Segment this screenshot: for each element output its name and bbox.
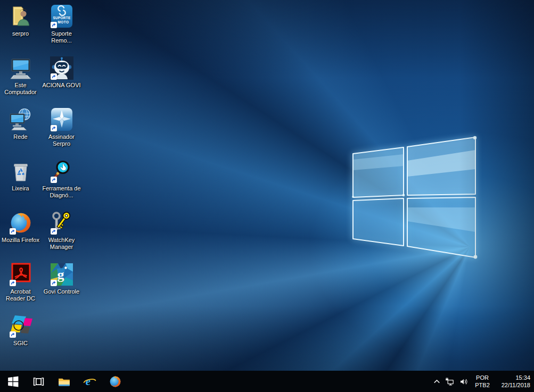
desktop-icon-label: WatchKey Manager: [42, 237, 82, 251]
desktop-icon-label: Govi Controle: [44, 288, 79, 295]
shortcut-arrow-icon: [51, 73, 57, 80]
desktop-icon-label: SGIC: [13, 340, 28, 347]
desktop-icon-label: Acrobat Reader DC: [1, 288, 41, 302]
shortcut-arrow-icon: [51, 22, 57, 28]
desktop-icon-govi-controle[interactable]: g Govi Controle: [41, 260, 82, 312]
desktop-icon-label: Mozilla Firefox: [2, 237, 39, 244]
user-folder-icon: [9, 4, 33, 29]
windows-logo-icon: [6, 375, 20, 388]
task-view-button[interactable]: [26, 371, 51, 392]
speaker-volume-icon: [459, 377, 469, 386]
internet-explorer-icon: e: [83, 375, 96, 388]
desktop-icon-ferramenta-diagnostico[interactable]: Ferramenta de Diagnó...: [41, 157, 82, 208]
desktop-icon-label: Ferramenta de Diagnó...: [42, 185, 82, 199]
shortcut-arrow-icon: [10, 280, 16, 286]
keyboard-layout-code: PTB2: [475, 381, 490, 389]
shortcut-arrow-icon: [51, 228, 57, 235]
firefox-taskbar-button[interactable]: [102, 371, 128, 392]
desktop-icon-label: Rede: [13, 134, 27, 140]
desktop-icon-serpro[interactable]: serpro: [0, 2, 41, 54]
recycle-bin-icon: [9, 159, 33, 184]
shortcut-arrow-icon: [51, 177, 57, 183]
clock-time: 15:34: [515, 374, 530, 381]
chevron-up-icon: [432, 377, 441, 386]
language-indicator[interactable]: POR PTB2: [471, 371, 494, 392]
shortcut-arrow-icon: [51, 280, 57, 286]
desktop-icon-suporte-remoto[interactable]: SUPORTE MOTO Suporte Remo...: [41, 2, 82, 54]
svg-text:MOTO: MOTO: [57, 20, 69, 24]
clock[interactable]: 15:34 22/11/2018: [494, 371, 534, 392]
desktop-icon-label: Este Computador: [1, 82, 41, 96]
desktop-icon-label: ACIONA GOVI: [42, 82, 80, 89]
diagnostic-magnifier-icon: [50, 159, 74, 184]
network-globe-icon: [9, 107, 33, 132]
taskbar: e: [0, 371, 534, 392]
this-pc-icon: [9, 56, 33, 80]
assinador-gem-icon: [50, 107, 74, 132]
desktop-icon-watchkey-manager[interactable]: WatchKey Manager: [41, 208, 82, 260]
start-button[interactable]: [0, 371, 26, 392]
desktop-icon-label: Assinador Serpro: [42, 134, 82, 147]
system-tray: POR PTB2 15:34 22/11/2018: [431, 371, 534, 392]
task-view-icon: [32, 375, 45, 388]
govi-mosaic-icon: g: [50, 262, 74, 287]
svg-text:g: g: [57, 267, 64, 282]
sgic-icon: [9, 314, 33, 338]
desktop-icon-sgic[interactable]: SGIC: [0, 312, 41, 363]
windows-logo-wallpaper: [343, 128, 482, 266]
internet-explorer-button[interactable]: e: [77, 371, 102, 392]
desktop-icon-mozilla-firefox[interactable]: Mozilla Firefox: [0, 208, 41, 260]
svg-text:e: e: [85, 375, 90, 388]
tray-show-hidden-icons-button[interactable]: [431, 371, 442, 392]
suporte-moto-icon: SUPORTE MOTO: [50, 4, 74, 29]
desktop-icon-rede[interactable]: Rede: [0, 105, 41, 157]
acrobat-reader-icon: [9, 262, 33, 287]
file-explorer-icon: [57, 375, 71, 388]
desktop-icon-label: serpro: [12, 30, 29, 37]
windows-desktop: serpro Este Computador: [0, 0, 534, 392]
ethernet-network-icon: [445, 377, 454, 386]
svg-text:SUPORTE: SUPORTE: [53, 16, 70, 20]
desktop-icon-aciona-govi[interactable]: ACIONA GOVI: [41, 54, 82, 105]
firefox-icon: [9, 211, 33, 235]
shortcut-arrow-icon: [10, 331, 16, 338]
desktop-icon-assinador-serpro[interactable]: Assinador Serpro: [41, 105, 82, 157]
keys-icon: [50, 211, 74, 235]
desktop-icon-label: Suporte Remo...: [42, 30, 82, 44]
desktop-icon-este-computador[interactable]: Este Computador: [0, 54, 41, 105]
file-explorer-button[interactable]: [51, 371, 77, 392]
desktop-icon-grid: serpro Este Computador: [0, 2, 82, 363]
tray-volume-button[interactable]: [456, 371, 471, 392]
desktop-icon-label: Lixeira: [12, 185, 29, 192]
desktop-icon-acrobat-reader[interactable]: Acrobat Reader DC: [0, 260, 41, 312]
robot-icon: [50, 56, 74, 80]
shortcut-arrow-icon: [51, 125, 57, 131]
shortcut-arrow-icon: [10, 228, 16, 235]
language-code: POR: [476, 374, 489, 381]
tray-network-button[interactable]: [442, 371, 456, 392]
desktop-icon-lixeira[interactable]: Lixeira: [0, 157, 41, 208]
firefox-icon: [109, 375, 122, 388]
clock-date: 22/11/2018: [502, 381, 530, 389]
